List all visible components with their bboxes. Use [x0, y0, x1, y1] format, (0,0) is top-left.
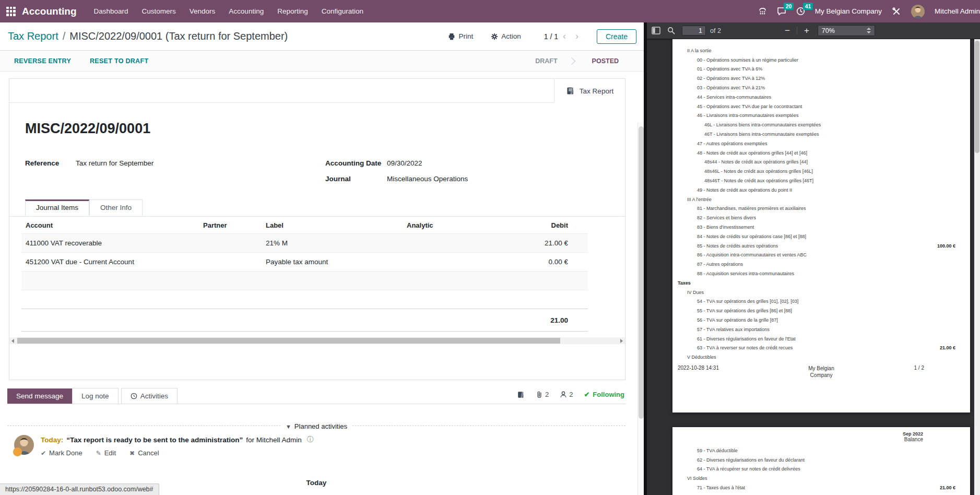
column-header-label[interactable]: Label — [262, 221, 403, 229]
zoom-out-button[interactable]: − — [782, 26, 793, 36]
table-row[interactable] — [21, 271, 588, 290]
scroll-right-icon[interactable] — [620, 339, 623, 343]
cancel-activity-button[interactable]: ✖Cancel — [129, 449, 159, 457]
attachments-counter[interactable]: 2 — [536, 391, 549, 398]
journal-value[interactable]: Miscellaneous Operations — [387, 175, 468, 183]
column-header-debit[interactable]: Debit — [523, 221, 568, 229]
activities-button[interactable]: Activities — [121, 388, 178, 404]
vertical-scroll-thumb[interactable] — [639, 126, 644, 419]
breadcrumb-parent[interactable]: Tax Report — [8, 30, 58, 42]
horizontal-scroll-thumb[interactable] — [17, 338, 560, 344]
activity-body: Today: “Tax report is ready to be sent t… — [41, 435, 314, 457]
report-line: 02 - Opérations avec TVA à 12% — [672, 74, 970, 83]
pdf-scroll-thumb[interactable] — [975, 41, 979, 153]
toolbar-divider — [797, 27, 797, 34]
accounting-date-row: Accounting Date 09/30/2022 — [325, 159, 468, 167]
menu-item[interactable]: Reporting — [270, 7, 315, 15]
notebook-tab[interactable]: Other Info — [89, 199, 143, 216]
user-menu[interactable]: Mitchell Admin — [935, 7, 980, 15]
mark-done-button[interactable]: ✔Mark Done — [41, 449, 82, 457]
report-line-text: 59 - TVA déductible — [697, 448, 738, 453]
app-brand[interactable]: Accounting — [22, 6, 77, 17]
pager-value: 1 / 1 — [544, 32, 558, 41]
report-line: 46T - Livraisons biens intra-communautai… — [672, 129, 970, 139]
zoom-in-button[interactable]: + — [801, 26, 812, 36]
search-icon[interactable] — [667, 27, 675, 34]
log-note-button[interactable]: Log note — [72, 388, 119, 404]
report-line-text: 02 - Opérations avec TVA à 12% — [697, 76, 765, 81]
log-book-icon[interactable] — [517, 391, 525, 398]
navbar-left: Accounting DashboardCustomersVendorsAcco… — [0, 6, 370, 17]
report-line-text: 84 - Notes de crédits sur opérations cas… — [697, 234, 806, 239]
planned-activities-divider: ▼Planned activities — [7, 426, 625, 426]
report-line-text: 56 - TVA sur opérations de la grille [87… — [697, 317, 778, 323]
presence-indicator — [13, 447, 22, 456]
phone-icon[interactable] — [758, 7, 767, 16]
report-line-text: VI Soldes — [687, 476, 707, 481]
table-row[interactable]: 451200 VAT due - Current Account Payable… — [21, 252, 588, 271]
zoom-level-select[interactable]: 70% — [818, 25, 875, 36]
send-message-button[interactable]: Send message — [7, 388, 72, 404]
pdf-viewer[interactable]: II A la sortie 00 - Opérations soumises … — [647, 39, 974, 495]
notebook-tabs: Journal ItemsOther Info — [25, 199, 143, 216]
report-line-text: 49 - Notes de crédit aux opérations du p… — [697, 187, 792, 193]
menu-item[interactable]: Customers — [135, 7, 183, 15]
report-line: 62 - Diverses régularisations en faveur … — [672, 455, 970, 465]
menu-item[interactable]: Configuration — [315, 7, 370, 15]
messages-icon[interactable]: 20 — [777, 7, 786, 16]
action-button[interactable]: Action — [491, 32, 521, 40]
accounting-date-value[interactable]: 09/30/2022 — [387, 159, 422, 167]
statusbar-action-button[interactable]: RESET TO DRAFT — [90, 57, 148, 65]
menu-item[interactable]: Dashboard — [87, 7, 135, 15]
column-header-partner[interactable]: Partner — [199, 221, 262, 229]
chatter-icons: 2 2 ✔ Following — [517, 391, 624, 398]
pager-next-icon[interactable]: › — [571, 31, 583, 42]
company-switcher[interactable]: My Belgian Company — [815, 7, 882, 15]
report-line: VI Soldes — [672, 474, 970, 483]
report-line-text: IV Dues — [687, 290, 704, 295]
pdf-scrollbar[interactable] — [974, 39, 980, 495]
tax-report-smart-button[interactable]: Tax Report — [554, 79, 625, 103]
apps-grid-icon[interactable] — [6, 7, 16, 16]
activities-clock-icon[interactable]: 41 — [796, 7, 805, 16]
report-line: 47 - Autres opérations exemptées — [672, 139, 970, 148]
reference-value[interactable]: Tax return for September — [76, 159, 154, 167]
x-icon: ✖ — [129, 450, 135, 457]
scroll-left-icon[interactable] — [11, 339, 14, 343]
menu-item[interactable]: Vendors — [183, 7, 222, 15]
report-line-text: 00 - Opérations soumises à un régime par… — [697, 57, 798, 63]
followers-counter[interactable]: 2 — [560, 391, 573, 398]
activities-badge: 41 — [803, 3, 813, 10]
edit-activity-button[interactable]: ✎Edit — [96, 449, 116, 457]
planned-activities-toggle[interactable]: ▼Planned activities — [280, 422, 352, 430]
table-horizontal-scrollbar[interactable] — [9, 337, 625, 344]
table-row[interactable]: 411000 VAT recoverable 21% M 21.00 € — [21, 233, 588, 252]
report-line-text: 54 - TVA sur opérations des grilles [01]… — [697, 299, 798, 304]
user-avatar[interactable] — [911, 5, 925, 18]
journal-label: Journal — [325, 175, 387, 183]
notebook-tab[interactable]: Journal Items — [25, 199, 89, 216]
menu-item[interactable]: Accounting — [222, 7, 270, 15]
report-line: 55 - TVA sur opérations des grilles [86]… — [672, 306, 970, 315]
control-panel-actions: Print Action 1 / 1 ‹ › Create — [430, 29, 636, 44]
status-step[interactable]: DRAFT — [524, 57, 569, 65]
column-header-analytic[interactable]: Analytic — [403, 221, 523, 229]
report-line-text: 48 - Notes de crédit aux opérations gril… — [697, 150, 807, 156]
column-header-account[interactable]: Account — [21, 221, 199, 229]
sidebar-toggle-icon[interactable] — [652, 27, 660, 34]
table-row[interactable] — [21, 290, 588, 309]
activity-summary-line: Today: “Tax report is ready to be sent t… — [41, 435, 314, 444]
form-vertical-scrollbar[interactable] — [637, 122, 644, 495]
tools-icon[interactable] — [892, 7, 901, 16]
print-button[interactable]: Print — [448, 32, 473, 40]
report-line-value: 21.00 € — [940, 485, 955, 490]
status-step[interactable]: POSTED — [569, 57, 630, 65]
page-number-input[interactable] — [682, 26, 706, 36]
cell-label: 21% M — [262, 239, 403, 247]
following-toggle[interactable]: ✔ Following — [584, 391, 624, 398]
pager-previous-icon[interactable]: ‹ — [558, 31, 571, 42]
create-button[interactable]: Create — [597, 29, 636, 44]
activity-avatar[interactable] — [14, 435, 34, 455]
statusbar-action-button[interactable]: REVERSE ENTRY — [14, 57, 71, 65]
info-icon[interactable]: ⓘ — [307, 435, 314, 444]
